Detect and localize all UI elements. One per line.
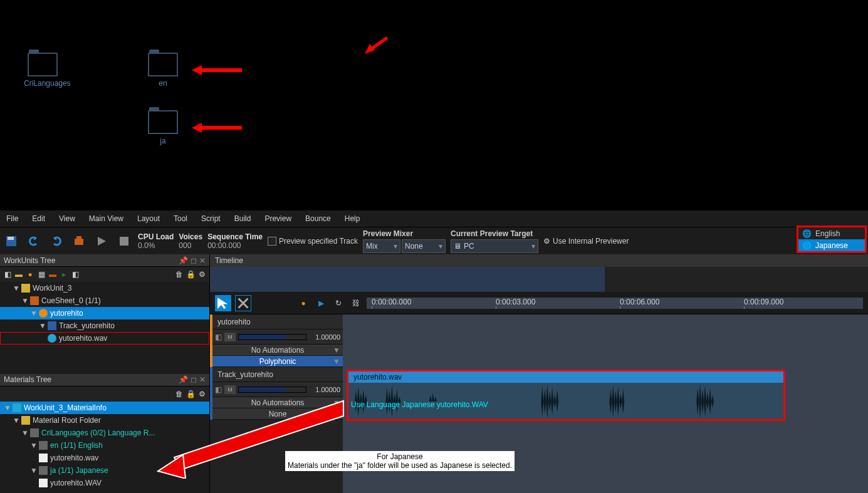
- menu-help[interactable]: Help: [342, 213, 363, 224]
- menu-file[interactable]: File: [4, 213, 21, 224]
- undo-button[interactable]: [25, 232, 43, 250]
- menu-preview[interactable]: Preview: [262, 213, 294, 224]
- redo-button[interactable]: [48, 232, 65, 250]
- tree-row-highlighted[interactable]: yutorehito.wav: [0, 332, 209, 345]
- lock-icon[interactable]: 🔒: [186, 269, 196, 279]
- ruler-tick: 0:00:00.000: [372, 298, 411, 306]
- folder-icon[interactable]: ▬: [14, 269, 24, 279]
- svg-marker-13: [98, 237, 106, 246]
- window-icon[interactable]: ◻: [191, 256, 197, 265]
- menu-build[interactable]: Build: [232, 213, 254, 224]
- language-selector[interactable]: 🌐English 🌐Japanese: [797, 226, 867, 253]
- arrow-en: [192, 65, 242, 75]
- window-icon[interactable]: ◻: [191, 375, 197, 384]
- language-english[interactable]: 🌐English: [798, 227, 865, 239]
- clip-title: yutorehito.wav: [353, 373, 402, 381]
- annot-line1: For Japanese: [288, 452, 512, 461]
- loop-icon[interactable]: ↻: [332, 296, 345, 310]
- use-internal-label: Use Internal Previewer: [553, 237, 629, 246]
- folder-label: en: [144, 79, 182, 88]
- seqtime-value: 00:00.000: [207, 241, 263, 250]
- menu-view[interactable]: View: [56, 213, 78, 224]
- timeline-scroll-strip[interactable]: [210, 267, 868, 292]
- voices-label: Voices: [179, 232, 202, 241]
- tree-row[interactable]: ▼WorkUnit_3: [0, 282, 209, 294]
- mixer-mix-combo[interactable]: Mix▾: [363, 239, 400, 253]
- ruler-tick: 0:00:09.000: [744, 298, 783, 306]
- build-button[interactable]: [70, 232, 88, 250]
- cue-header-row[interactable]: yutorehito: [212, 314, 343, 330]
- trash-icon[interactable]: 🗑: [174, 269, 184, 279]
- menu-edit[interactable]: Edit: [29, 213, 48, 224]
- cpu-label: CPU Load: [138, 232, 174, 241]
- marker-start-icon[interactable]: ●: [296, 296, 310, 310]
- time-ruler[interactable]: 0:00:00.000 0:00:03.000 0:00:06.000 0:00…: [367, 298, 863, 309]
- close-icon[interactable]: ✕: [199, 256, 206, 265]
- svg-rect-7: [8, 237, 14, 240]
- filter-icon[interactable]: ◧: [3, 269, 13, 279]
- link-icon[interactable]: ⛓: [349, 296, 363, 310]
- gear-icon[interactable]: ⚙: [197, 269, 207, 279]
- workunits-tree[interactable]: ▼WorkUnit_3 ▼CueSheet_0 (1/1) ▼yutorehit…: [0, 282, 209, 374]
- automations-dropdown[interactable]: No Automations▼: [212, 345, 343, 356]
- arrow-ja: [192, 123, 242, 133]
- filter-icon[interactable]: ◧: [70, 269, 80, 279]
- use-internal-previewer[interactable]: ⚙ Use Internal Previewer: [543, 237, 629, 246]
- save-button[interactable]: [3, 232, 20, 250]
- svg-rect-14: [120, 237, 128, 246]
- marker-end-icon[interactable]: ▶: [314, 296, 328, 310]
- preview-target-label: Current Preview Target: [451, 229, 538, 238]
- preview-mixer-label: Preview Mixer: [363, 229, 446, 238]
- svg-marker-5: [365, 44, 375, 54]
- close-icon[interactable]: ✕: [199, 375, 206, 384]
- track-volume-row[interactable]: ◧M1.00000: [212, 382, 343, 397]
- cue-icon[interactable]: ●: [25, 269, 35, 279]
- folder-crilanguages: CriLanguages: [24, 53, 61, 88]
- ruler-tick: 0:00:06.000: [620, 298, 659, 306]
- globe-icon: 🌐: [802, 241, 812, 250]
- tree-row-selected[interactable]: ▼yutorehito: [0, 307, 209, 319]
- cpu-load-stat: CPU Load 0.0%: [138, 232, 174, 250]
- polyphonic-dropdown[interactable]: Polyphonic▼: [212, 356, 343, 367]
- pin-icon[interactable]: 📌: [179, 256, 188, 265]
- globe-icon: 🌐: [802, 229, 812, 238]
- waveform-clip[interactable]: yutorehito.wav Use Language Japanese yut…: [347, 370, 785, 421]
- flag-icon[interactable]: ▸: [59, 269, 69, 279]
- preview-target-combo[interactable]: 🖥PC▾: [451, 239, 538, 253]
- pin-icon[interactable]: 📌: [179, 375, 188, 384]
- tree-row[interactable]: ▼CueSheet_0 (1/1): [0, 294, 209, 307]
- play-button[interactable]: [93, 232, 110, 250]
- mixer-none-combo[interactable]: None▾: [402, 239, 446, 253]
- menu-script[interactable]: Script: [199, 213, 223, 224]
- stop-button[interactable]: [115, 232, 133, 250]
- timeline-toolbar: ● ▶ ↻ ⛓ 0:00:00.000 0:00:03.000 0:00:06.…: [210, 292, 868, 314]
- folder-en: en: [144, 53, 182, 88]
- main-toolbar: CPU Load 0.0% Voices 000 Sequence Time 0…: [0, 227, 868, 254]
- track-header-row[interactable]: Track_yutorehito: [212, 367, 343, 382]
- preview-track-checkbox[interactable]: Preview specified Track: [268, 237, 358, 246]
- checkbox-icon: [268, 237, 276, 246]
- cue-volume-row[interactable]: ◧M1.00000: [212, 330, 343, 345]
- menu-tool[interactable]: Tool: [171, 213, 190, 224]
- sheet-icon[interactable]: ▬: [48, 269, 58, 279]
- preview-target-block: Current Preview Target 🖥PC▾: [451, 229, 538, 253]
- menu-layout[interactable]: Layout: [135, 213, 162, 224]
- language-japanese[interactable]: 🌐Japanese: [798, 239, 865, 251]
- preview-track-label: Preview specified Track: [279, 237, 358, 246]
- workunits-title: WorkUnits Tree: [4, 256, 55, 265]
- timeline-header: Timeline: [210, 254, 868, 267]
- cut-tool[interactable]: [235, 295, 251, 311]
- cursor-tool[interactable]: [215, 295, 231, 311]
- folder-ja: ja: [144, 110, 182, 145]
- clip-title-bar: yutorehito.wav: [348, 371, 783, 383]
- menu-bounce[interactable]: Bounce: [303, 213, 333, 224]
- clip-waveform: Use Language Japanese yutorehito.WAV: [348, 383, 783, 419]
- menubar: File Edit View Main View Layout Tool Scr…: [0, 210, 868, 227]
- seqtime-stat: Sequence Time 00:00.000: [207, 232, 263, 250]
- svg-marker-3: [192, 123, 202, 133]
- tree-row[interactable]: ▼Track_yutorehito: [0, 319, 209, 332]
- cpu-value: 0.0%: [138, 241, 174, 250]
- filter-icon[interactable]: ▦: [36, 269, 46, 279]
- menu-mainview[interactable]: Main View: [86, 213, 126, 224]
- folder-diagram-area: CriLanguages en ja: [0, 0, 868, 210]
